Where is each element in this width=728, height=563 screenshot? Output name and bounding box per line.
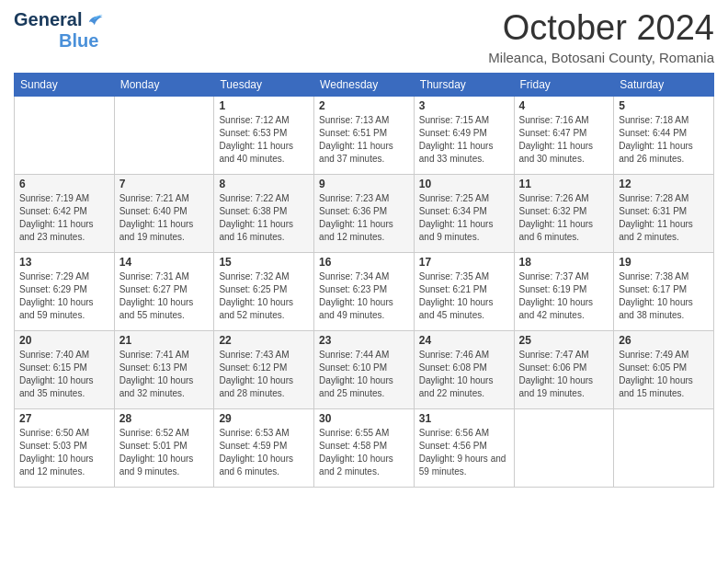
day-number: 16	[319, 256, 409, 269]
logo: General Blue	[14, 9, 104, 52]
calendar-cell: 30Sunrise: 6:55 AM Sunset: 4:58 PM Dayli…	[314, 408, 415, 487]
calendar-week-row: 27Sunrise: 6:50 AM Sunset: 5:03 PM Dayli…	[15, 408, 714, 487]
calendar-cell: 27Sunrise: 6:50 AM Sunset: 5:03 PM Dayli…	[15, 408, 115, 487]
day-number: 17	[419, 256, 509, 269]
day-info: Sunrise: 7:37 AM Sunset: 6:19 PM Dayligh…	[519, 270, 609, 322]
day-info: Sunrise: 7:34 AM Sunset: 6:23 PM Dayligh…	[319, 270, 409, 322]
day-info: Sunrise: 7:16 AM Sunset: 6:47 PM Dayligh…	[519, 114, 609, 166]
day-number: 12	[619, 178, 709, 190]
calendar-cell: 1Sunrise: 7:12 AM Sunset: 6:53 PM Daylig…	[214, 96, 314, 174]
day-number: 30	[319, 412, 409, 425]
day-info: Sunrise: 6:56 AM Sunset: 4:56 PM Dayligh…	[419, 427, 509, 478]
day-info: Sunrise: 7:13 AM Sunset: 6:51 PM Dayligh…	[319, 114, 409, 166]
day-number: 24	[419, 334, 509, 347]
calendar-week-row: 1Sunrise: 7:12 AM Sunset: 6:53 PM Daylig…	[15, 96, 714, 174]
day-number: 11	[519, 178, 609, 190]
calendar-cell: 4Sunrise: 7:16 AM Sunset: 6:47 PM Daylig…	[514, 96, 614, 174]
calendar-header-monday: Monday	[114, 73, 214, 96]
day-number: 25	[519, 334, 609, 347]
day-number: 19	[619, 256, 709, 269]
day-number: 4	[519, 99, 609, 112]
page: General Blue October 2024 Mileanca, Boto…	[0, 0, 728, 563]
calendar-cell: 21Sunrise: 7:41 AM Sunset: 6:13 PM Dayli…	[114, 330, 214, 408]
day-number: 2	[319, 99, 409, 112]
day-info: Sunrise: 7:32 AM Sunset: 6:25 PM Dayligh…	[219, 270, 309, 322]
calendar-week-row: 20Sunrise: 7:40 AM Sunset: 6:15 PM Dayli…	[15, 330, 714, 408]
day-info: Sunrise: 7:18 AM Sunset: 6:44 PM Dayligh…	[619, 114, 709, 166]
calendar-cell: 23Sunrise: 7:44 AM Sunset: 6:10 PM Dayli…	[314, 330, 415, 408]
header: General Blue October 2024 Mileanca, Boto…	[14, 9, 714, 65]
month-title: October 2024	[488, 9, 714, 48]
day-number: 1	[219, 99, 309, 112]
day-info: Sunrise: 7:40 AM Sunset: 6:15 PM Dayligh…	[19, 349, 109, 400]
calendar-cell: 22Sunrise: 7:43 AM Sunset: 6:12 PM Dayli…	[214, 330, 314, 408]
day-info: Sunrise: 7:49 AM Sunset: 6:05 PM Dayligh…	[619, 349, 709, 400]
day-info: Sunrise: 7:29 AM Sunset: 6:29 PM Dayligh…	[19, 270, 109, 322]
calendar-cell: 11Sunrise: 7:26 AM Sunset: 6:32 PM Dayli…	[514, 174, 614, 252]
calendar-cell: 2Sunrise: 7:13 AM Sunset: 6:51 PM Daylig…	[314, 96, 415, 174]
day-info: Sunrise: 7:25 AM Sunset: 6:34 PM Dayligh…	[419, 192, 509, 244]
day-info: Sunrise: 7:21 AM Sunset: 6:40 PM Dayligh…	[119, 192, 210, 244]
day-number: 9	[319, 178, 409, 190]
logo-general-text: General	[14, 9, 82, 30]
calendar-cell: 16Sunrise: 7:34 AM Sunset: 6:23 PM Dayli…	[314, 252, 415, 330]
day-number: 28	[119, 412, 210, 425]
day-number: 15	[219, 256, 309, 269]
day-number: 13	[19, 256, 109, 269]
day-number: 18	[519, 256, 609, 269]
calendar-cell: 28Sunrise: 6:52 AM Sunset: 5:01 PM Dayli…	[114, 408, 214, 487]
calendar-cell: 29Sunrise: 6:53 AM Sunset: 4:59 PM Dayli…	[214, 408, 314, 487]
title-section: October 2024 Mileanca, Botosani County, …	[488, 9, 714, 65]
calendar-cell: 3Sunrise: 7:15 AM Sunset: 6:49 PM Daylig…	[414, 96, 514, 174]
day-info: Sunrise: 7:12 AM Sunset: 6:53 PM Dayligh…	[219, 114, 309, 166]
day-info: Sunrise: 7:28 AM Sunset: 6:31 PM Dayligh…	[619, 192, 709, 244]
calendar-cell: 19Sunrise: 7:38 AM Sunset: 6:17 PM Dayli…	[614, 252, 714, 330]
calendar-cell: 15Sunrise: 7:32 AM Sunset: 6:25 PM Dayli…	[214, 252, 314, 330]
day-number: 3	[419, 99, 509, 112]
day-info: Sunrise: 7:43 AM Sunset: 6:12 PM Dayligh…	[219, 349, 309, 400]
day-info: Sunrise: 7:22 AM Sunset: 6:38 PM Dayligh…	[219, 192, 309, 244]
day-number: 6	[19, 178, 109, 190]
day-info: Sunrise: 7:35 AM Sunset: 6:21 PM Dayligh…	[419, 270, 509, 322]
day-info: Sunrise: 7:47 AM Sunset: 6:06 PM Dayligh…	[519, 349, 609, 400]
day-info: Sunrise: 7:19 AM Sunset: 6:42 PM Dayligh…	[19, 192, 109, 244]
day-info: Sunrise: 6:55 AM Sunset: 4:58 PM Dayligh…	[319, 427, 409, 478]
day-number: 10	[419, 178, 509, 190]
day-number: 29	[219, 412, 309, 425]
calendar-header-wednesday: Wednesday	[314, 73, 415, 96]
calendar-cell: 14Sunrise: 7:31 AM Sunset: 6:27 PM Dayli…	[114, 252, 214, 330]
day-number: 26	[619, 334, 709, 347]
calendar-cell: 6Sunrise: 7:19 AM Sunset: 6:42 PM Daylig…	[15, 174, 115, 252]
calendar-cell: 24Sunrise: 7:46 AM Sunset: 6:08 PM Dayli…	[414, 330, 514, 408]
day-number: 22	[219, 334, 309, 347]
calendar-cell	[514, 408, 614, 487]
day-number: 21	[119, 334, 210, 347]
calendar-cell: 13Sunrise: 7:29 AM Sunset: 6:29 PM Dayli…	[15, 252, 115, 330]
day-number: 7	[119, 178, 210, 190]
day-number: 27	[19, 412, 109, 425]
calendar-header-sunday: Sunday	[15, 73, 115, 96]
calendar-table: SundayMondayTuesdayWednesdayThursdayFrid…	[14, 73, 714, 488]
calendar-cell	[614, 408, 714, 487]
day-info: Sunrise: 7:38 AM Sunset: 6:17 PM Dayligh…	[619, 270, 709, 322]
day-number: 8	[219, 178, 309, 190]
day-info: Sunrise: 6:53 AM Sunset: 4:59 PM Dayligh…	[219, 427, 309, 478]
day-info: Sunrise: 7:46 AM Sunset: 6:08 PM Dayligh…	[419, 349, 509, 400]
calendar-header-row: SundayMondayTuesdayWednesdayThursdayFrid…	[15, 73, 714, 96]
calendar-cell: 31Sunrise: 6:56 AM Sunset: 4:56 PM Dayli…	[414, 408, 514, 487]
calendar-header-friday: Friday	[514, 73, 614, 96]
day-info: Sunrise: 7:41 AM Sunset: 6:13 PM Dayligh…	[119, 349, 210, 400]
day-info: Sunrise: 6:52 AM Sunset: 5:01 PM Dayligh…	[119, 427, 210, 478]
calendar-cell: 12Sunrise: 7:28 AM Sunset: 6:31 PM Dayli…	[614, 174, 714, 252]
day-info: Sunrise: 6:50 AM Sunset: 5:03 PM Dayligh…	[19, 427, 109, 478]
calendar-cell: 5Sunrise: 7:18 AM Sunset: 6:44 PM Daylig…	[614, 96, 714, 174]
day-info: Sunrise: 7:31 AM Sunset: 6:27 PM Dayligh…	[119, 270, 210, 322]
day-info: Sunrise: 7:44 AM Sunset: 6:10 PM Dayligh…	[319, 349, 409, 400]
calendar-cell: 17Sunrise: 7:35 AM Sunset: 6:21 PM Dayli…	[414, 252, 514, 330]
day-number: 20	[19, 334, 109, 347]
calendar-cell: 20Sunrise: 7:40 AM Sunset: 6:15 PM Dayli…	[15, 330, 115, 408]
calendar-header-saturday: Saturday	[614, 73, 714, 96]
calendar-cell: 10Sunrise: 7:25 AM Sunset: 6:34 PM Dayli…	[414, 174, 514, 252]
location: Mileanca, Botosani County, Romania	[488, 50, 714, 65]
day-number: 31	[419, 412, 509, 425]
